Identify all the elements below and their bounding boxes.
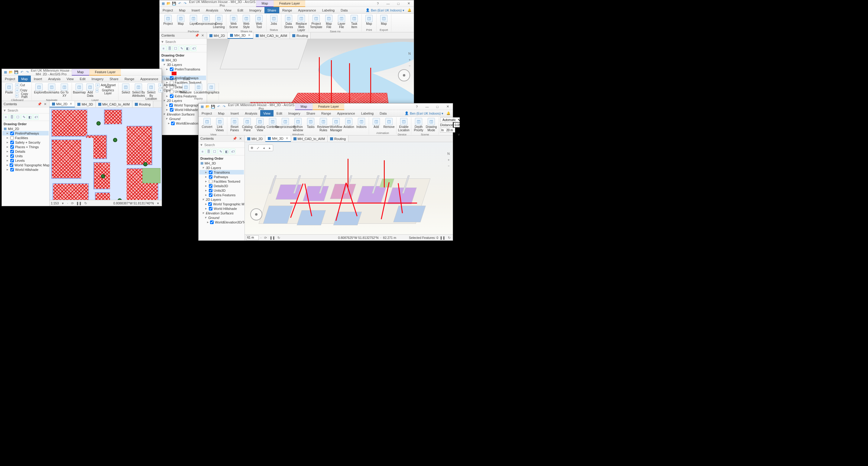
ribbon-btn-task-item[interactable]: ◫Task Item (348, 14, 360, 29)
close-tab-icon[interactable]: ✕ (69, 102, 72, 106)
tab-analysis[interactable]: Analysis (203, 7, 221, 13)
expand-icon[interactable]: ▸ (7, 145, 9, 149)
expand-icon[interactable]: ▾ (202, 198, 205, 201)
zoom-out-icon[interactable]: － (446, 163, 451, 168)
list-selection-icon[interactable]: ☐ (173, 46, 178, 51)
scale-dropdown-icon[interactable]: ▾ (60, 201, 65, 206)
navigator-wheel[interactable] (398, 69, 410, 81)
ribbon-btn-paste[interactable]: ◫Paste (4, 83, 14, 95)
layer-visibility-checkbox[interactable] (208, 202, 212, 206)
tab-appearance[interactable]: Appearance (295, 7, 319, 13)
north-arrow-icon[interactable]: N (446, 151, 451, 156)
selection-refresh-icon[interactable]: ↻ (447, 235, 452, 240)
layer-visibility-checkbox[interactable] (209, 193, 213, 197)
layer-visibility-checkbox[interactable] (10, 163, 13, 167)
tab-project[interactable]: Project (160, 7, 176, 13)
ribbon-btn-bookmarks[interactable]: ◫Bookmarks (45, 83, 58, 95)
altitude-input[interactable] (246, 235, 259, 240)
doctab-mh_3d[interactable]: MH_3D (75, 101, 95, 107)
ribbon-btn-map-file[interactable]: ◫Map File (323, 14, 335, 29)
tab-project[interactable]: Project (198, 110, 215, 116)
expand-icon[interactable]: ▸ (205, 188, 208, 192)
rotate-icon[interactable]: ⟳ (263, 235, 268, 240)
layer-row[interactable]: ▸Facilities Textured (199, 179, 244, 183)
doctab-mh_3d[interactable]: MH_3D✕ (266, 136, 291, 142)
list-source-icon[interactable]: 🗄 (206, 149, 211, 154)
coord-menu-icon[interactable]: ▾ (156, 201, 160, 206)
tab-analysis[interactable]: Analysis (45, 76, 63, 82)
layer-row[interactable]: ▸Places + Things (2, 145, 49, 149)
expand-icon[interactable]: ▸ (7, 163, 8, 167)
expand-icon[interactable]: ▾ (163, 63, 166, 66)
layer-row[interactable]: ▸World Hillshade (2, 167, 49, 172)
layer-row[interactable]: ▸World Topographic Map (2, 163, 49, 167)
layer-visibility-checkbox[interactable] (209, 171, 213, 174)
ribbon-btn-drawing-mode[interactable]: ◫Drawing Mode (425, 117, 437, 133)
ribbon-btn-map[interactable]: ◫Map (175, 14, 187, 26)
minimize-icon[interactable]: — (383, 0, 393, 7)
filter-icon[interactable]: ▼ (200, 143, 203, 147)
tab-analysis[interactable]: Analysis (242, 110, 260, 116)
save-icon[interactable]: 💾 (14, 70, 19, 75)
expand-icon[interactable]: ▾ (202, 166, 205, 170)
filter-icon[interactable]: ▼ (3, 109, 6, 112)
expand-icon[interactable]: ▸ (166, 103, 168, 107)
ribbon-btn-geoprocessing[interactable]: ◫Geoprocessing (200, 14, 212, 26)
list-snap-icon[interactable]: ◧ (224, 149, 229, 154)
minimize-icon[interactable]: — (422, 104, 432, 110)
tab-range[interactable]: Range (122, 76, 137, 82)
redo-icon[interactable]: ↷ (25, 70, 30, 75)
layer-visibility-checkbox[interactable] (209, 175, 213, 179)
layer-row[interactable]: ▸WorldElevation3D/Terrain3D (199, 220, 244, 224)
ribbon-btn-catalog-view[interactable]: ◫Catalog View (254, 117, 266, 133)
map-view[interactable] (50, 108, 162, 200)
notification-icon[interactable]: 🔔 (407, 8, 411, 12)
layer-visibility-checkbox[interactable] (10, 136, 14, 140)
ribbon-btn-convert[interactable]: ◫Convert (201, 117, 213, 129)
tab-map[interactable]: Map (18, 76, 31, 82)
list-source-icon[interactable]: 🗄 (167, 46, 172, 51)
close-icon[interactable]: ✕ (403, 0, 414, 7)
signin-link[interactable]: 👤 Ben (Esri UK Indoors) ▾ 🔔 (363, 7, 414, 13)
zoom-in-icon[interactable]: ＋ (446, 157, 451, 162)
ribbon-btn-select-by-location[interactable]: ◫Select By Location (145, 83, 157, 101)
tab-insert[interactable]: Insert (31, 76, 45, 82)
ribbon-btn-jobs[interactable]: ◫Jobs (268, 14, 280, 26)
doctab-mh_2d[interactable]: MH_2D (207, 32, 227, 39)
list-selection-icon[interactable]: ☐ (15, 114, 21, 120)
signin-link[interactable]: 👤 Ben (Esri UK Indoors) ▾ 🔔 (402, 110, 453, 116)
list-edit-icon[interactable]: ✎ (21, 114, 27, 120)
expand-icon[interactable]: ▸ (168, 121, 170, 125)
prev-extent-icon[interactable]: ◂ (261, 145, 267, 151)
tab-labeling[interactable]: Labeling (358, 110, 377, 116)
tab-map[interactable]: Map (215, 110, 227, 116)
doctab-mh_cad_to_aiim[interactable]: MH_CAD_to_AIIM (96, 101, 132, 107)
close-pane-icon[interactable]: ✕ (238, 136, 243, 141)
layer-visibility-checkbox[interactable] (209, 207, 213, 210)
search-input[interactable] (7, 109, 49, 112)
list-source-icon[interactable]: 🗄 (9, 114, 14, 120)
ribbon-btn-select-by-attributes[interactable]: ◫Select By Attributes (132, 83, 145, 98)
map-root[interactable]: ▦ MH_3D (160, 58, 206, 62)
layer-row[interactable]: ▸Safety + Security (2, 140, 49, 145)
tab-data[interactable]: Data (377, 110, 390, 116)
context-tab-feature-layer[interactable]: Feature Layer (89, 69, 121, 76)
close-icon[interactable]: ✕ (442, 104, 453, 110)
layer-row[interactable]: ▸Facilities (2, 136, 49, 140)
context-tab-map[interactable]: Map (72, 69, 89, 76)
ribbon-btn-depth-priority[interactable]: ◫Depth Priority (412, 117, 425, 133)
layer-visibility-checkbox[interactable] (170, 67, 174, 71)
search-input[interactable] (204, 143, 246, 147)
zoom-full-icon[interactable]: ⤢ (255, 145, 260, 151)
context-tab-map[interactable]: Map (295, 104, 312, 110)
ribbon-btn-web-style[interactable]: ◫Web Style (240, 14, 252, 29)
tab-edit[interactable]: Edit (235, 7, 246, 13)
layer-group[interactable]: ▾Elevation Surfaces (199, 211, 244, 215)
filter-icon[interactable]: ▼ (161, 40, 164, 43)
close-pane-icon[interactable]: ✕ (42, 101, 48, 107)
list-snap-icon[interactable]: ◧ (27, 114, 33, 120)
help-icon[interactable]: ? (373, 0, 383, 7)
tab-view[interactable]: View (63, 76, 77, 82)
list-edit-icon[interactable]: ✎ (179, 46, 184, 51)
doctab-mh_2d[interactable]: MH_2D✕ (50, 101, 75, 107)
